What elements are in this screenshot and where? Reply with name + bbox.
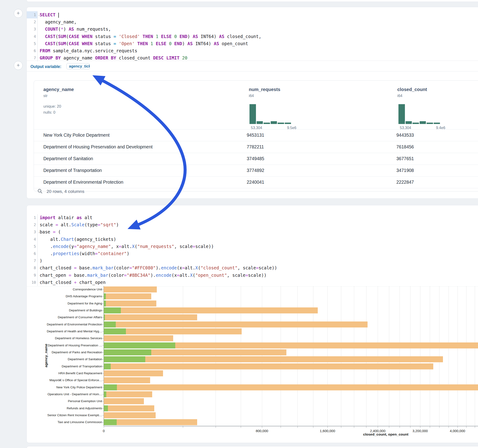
token-num: 1 (151, 41, 153, 46)
line-number: 9 (27, 272, 38, 279)
gridline (475, 286, 475, 426)
x-tick (313, 426, 313, 428)
search-icon[interactable] (37, 188, 43, 194)
bar-closed-count (104, 293, 151, 299)
column-header-agency-name[interactable]: agency_name (43, 87, 74, 92)
histogram-bar (406, 121, 412, 124)
bar-open-count (104, 356, 145, 362)
bar-open-count (104, 322, 116, 328)
y-tick (102, 408, 104, 409)
x-tick-label: 800,000 (256, 429, 268, 433)
token-op: = (129, 265, 132, 270)
y-axis-label: Department for the Aging (26, 302, 102, 305)
bar-closed-count (104, 398, 144, 404)
output-variable-pill[interactable]: agency_tickets (66, 63, 90, 69)
bar-open-count (104, 349, 151, 355)
cell-closed-count: 7618456 (396, 144, 414, 149)
y-axis-label: Personal Exemption Unit (26, 399, 102, 403)
add-cell-button-mid[interactable]: + (14, 61, 23, 70)
code-line: 1import altair as alt (27, 214, 478, 221)
token-id: scale)) (248, 273, 267, 278)
token-id: chart_closed (40, 265, 74, 270)
bar-open-count (104, 314, 105, 320)
token-id: altair (56, 215, 77, 220)
token-op: = (124, 273, 126, 278)
bar-open-count (104, 342, 175, 348)
token-str: 'Closed' (119, 34, 140, 39)
token-str: "closed_count" (201, 265, 238, 270)
line-number: 4 (27, 236, 38, 243)
column-type: i64 (249, 93, 254, 98)
token-kw: COUNT (45, 26, 58, 31)
gridline (216, 286, 216, 426)
code-line: 2scale = alt.Scale(type="sqrt") (27, 221, 478, 228)
y-axis-label: Department of Health and Mental Hyg… (26, 330, 102, 333)
token-id: base. (71, 273, 87, 278)
fold-chevron-icon[interactable]: ⌄ (37, 11, 41, 19)
bar-open-count (104, 405, 108, 411)
histogram-bar (427, 123, 433, 124)
x-tick-label: 4,000,000 (450, 429, 465, 433)
token-id (40, 41, 45, 46)
cell-closed-count: 9443533 (396, 132, 414, 138)
token-fn: encode (156, 273, 171, 278)
code-line: 5 CAST(SUM(CASE WHEN status = 'Open' THE… (27, 40, 478, 47)
code-line: 3⌄base = ( (27, 228, 478, 236)
token-id: status (93, 34, 114, 39)
fold-chevron-icon[interactable]: ⌄ (37, 228, 41, 236)
token-id: alt. (179, 273, 190, 278)
line-number: 3⌄ (27, 228, 38, 236)
token-id: scale (40, 222, 56, 227)
token-str: "num_requests" (137, 244, 174, 249)
column-type: i64 (397, 93, 402, 98)
gridline (341, 286, 341, 426)
code-line: 4 CAST(SUM(CASE WHEN status = 'Closed' T… (27, 33, 478, 40)
notebook-page: + + 1⌄SELECT 2 agency_name,3 COUNT(*) AS… (0, 0, 478, 448)
token-fn: Scale (71, 222, 84, 227)
y-axis-label: Mayorâ€ s Office of Special Enforce… (26, 378, 102, 382)
token-id: base (40, 229, 53, 234)
token-id (148, 41, 150, 46)
token-num: 1 (156, 34, 158, 39)
sql-code-editor[interactable]: 1⌄SELECT 2 agency_name,3 COUNT(*) AS num… (27, 11, 478, 62)
column-header-closed-count[interactable]: closed_count (397, 87, 427, 92)
bar-open-count (104, 328, 126, 334)
code-text: COUNT(*) AS num_requests, (38, 25, 111, 33)
y-tick (102, 317, 104, 317)
token-id: ). (151, 273, 156, 278)
y-axis-label: Department of Parks and Recreation (26, 350, 102, 354)
token-id: (color (113, 265, 129, 270)
y-axis-label: Department of Sanitation (26, 357, 102, 361)
token-id: (color (108, 273, 124, 278)
token-num: 20 (182, 55, 188, 60)
cell-num-requests: 9453131 (247, 132, 264, 138)
token-id: , scale (227, 273, 245, 278)
x-tick (430, 426, 430, 428)
code-text: ) (38, 257, 42, 264)
bar-closed-count (104, 363, 433, 369)
code-line: 5 .encode(y="agency_name", x=alt.X("num_… (27, 243, 478, 250)
token-id: ) (40, 258, 42, 263)
code-text: .properties(width="container") (38, 250, 129, 257)
y-tick (102, 359, 104, 360)
token-kw: CAST (45, 34, 56, 39)
bar-closed-count (104, 391, 152, 397)
code-line: 1⌄SELECT (27, 11, 478, 19)
token-op: = (69, 273, 71, 278)
gridline (241, 286, 241, 426)
code-text: import altair as alt (38, 214, 93, 221)
y-axis-label: Department of Environmental Protection (26, 323, 102, 326)
text-cursor (58, 13, 59, 18)
add-cell-button-top[interactable]: + (14, 9, 23, 18)
closed-count-histogram (398, 104, 440, 124)
token-id: (x (171, 273, 177, 278)
bar-closed-count (104, 322, 368, 328)
token-id: (y (69, 244, 74, 249)
token-str: "#8BC34A" (127, 273, 151, 278)
cell-closed-count: 3677651 (396, 156, 414, 161)
token-id: chart_open (40, 273, 69, 278)
column-header-num-requests[interactable]: num_requests (249, 87, 280, 92)
row-separator (34, 153, 478, 153)
python-code-editor[interactable]: 1import altair as alt2scale = alt.Scale(… (27, 214, 478, 286)
gridline (281, 286, 281, 426)
